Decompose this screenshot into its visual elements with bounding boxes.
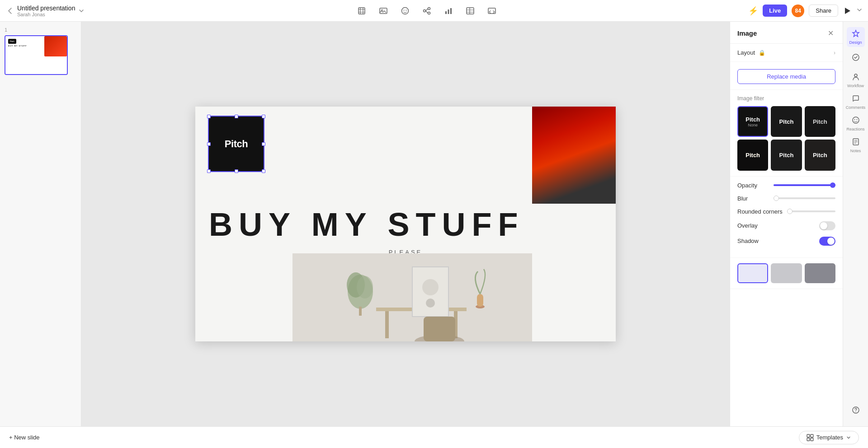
- image-filter-section: Image filter Pitch None Pitch Pitch Pitc…: [730, 90, 843, 177]
- comments-label: Comments: [846, 106, 866, 110]
- help-rail-icon[interactable]: [847, 401, 865, 421]
- reactions-rail-icon[interactable]: Reactions: [847, 114, 865, 134]
- play-chevron[interactable]: [856, 7, 863, 15]
- notes-rail-icon[interactable]: Notes: [847, 135, 865, 155]
- resize-handle-tl[interactable]: [207, 115, 211, 118]
- svg-point-37: [855, 411, 856, 412]
- svg-point-24: [357, 276, 373, 299]
- svg-rect-17: [385, 311, 389, 338]
- back-arrow-icon[interactable]: [5, 6, 14, 15]
- layout-section: Layout 🔒 ›: [730, 44, 843, 62]
- logo-image-element[interactable]: Pitch: [208, 116, 264, 172]
- replace-media-button[interactable]: Replace media: [737, 69, 835, 84]
- svg-rect-25: [359, 307, 362, 316]
- add-frame-icon[interactable]: [355, 5, 368, 17]
- panel-close-button[interactable]: ✕: [826, 28, 835, 38]
- opacity-row: Opacity: [737, 182, 835, 189]
- filter-5-label: Pitch: [779, 152, 794, 159]
- emoji-icon[interactable]: [399, 5, 411, 17]
- workflow-rail-icon[interactable]: Workflow: [847, 70, 865, 90]
- user-avatar[interactable]: 84: [792, 5, 804, 17]
- embed-icon[interactable]: [486, 5, 498, 17]
- svg-point-33: [854, 119, 855, 120]
- resize-handle-bm[interactable]: [235, 169, 238, 173]
- car-image-bg: [532, 107, 616, 204]
- resize-handle-tm[interactable]: [235, 115, 238, 118]
- canvas-wrapper: Pitch BUY MY STUFF PLEASE: [81, 22, 730, 426]
- author-name: Sarah Jonas: [17, 12, 75, 17]
- thumb-title: BUY MY STUFF: [8, 45, 27, 47]
- resize-handle-br[interactable]: [262, 169, 265, 173]
- panel-header: Image ✕: [730, 22, 843, 44]
- resize-handle-ml[interactable]: [207, 142, 211, 146]
- filter-none[interactable]: Pitch None: [737, 106, 768, 137]
- comments-symbol: [852, 94, 860, 105]
- share-button[interactable]: Share: [809, 5, 838, 17]
- filter-5[interactable]: Pitch: [771, 140, 802, 170]
- svg-point-32: [853, 117, 859, 123]
- chart-icon[interactable]: [442, 5, 455, 17]
- icon-rail: Design Workflow Comments Reactions: [843, 22, 868, 426]
- main-layout: 1 Pitch BUY MY STUFF Pitch: [0, 22, 868, 426]
- templates-button[interactable]: Templates: [799, 431, 859, 444]
- image-icon[interactable]: [377, 5, 390, 17]
- topbar: Untitled presentation Sarah Jonas ⚡: [0, 0, 868, 22]
- opacity-track[interactable]: [774, 184, 835, 186]
- slide-canvas[interactable]: Pitch BUY MY STUFF PLEASE: [195, 107, 616, 341]
- svg-rect-10: [448, 9, 449, 14]
- svg-rect-11: [450, 8, 452, 14]
- topbar-right: ⚡ Live 84 Share: [748, 5, 863, 17]
- slide-panel: 1 Pitch BUY MY STUFF: [0, 22, 81, 426]
- title-chevron-icon[interactable]: [78, 7, 85, 14]
- resize-handle-bl[interactable]: [207, 169, 211, 173]
- opacity-thumb[interactable]: [830, 182, 835, 188]
- play-button[interactable]: [843, 6, 852, 15]
- filter-4-label: Pitch: [745, 152, 760, 159]
- overlay-toggle[interactable]: [819, 221, 835, 230]
- blur-track[interactable]: [774, 197, 835, 199]
- shadow-swatch-light[interactable]: [737, 263, 768, 283]
- svg-rect-38: [807, 434, 810, 437]
- rounded-corners-thumb[interactable]: [787, 209, 793, 214]
- slide-thumbnail[interactable]: Pitch BUY MY STUFF: [5, 35, 68, 75]
- new-slide-button[interactable]: + New slide: [9, 434, 40, 441]
- connect-icon[interactable]: [420, 5, 433, 17]
- room-image-element[interactable]: [292, 253, 532, 341]
- svg-point-20: [422, 279, 439, 295]
- topbar-left: Untitled presentation Sarah Jonas: [5, 5, 105, 17]
- presentation-title[interactable]: Untitled presentation: [17, 5, 75, 12]
- shadow-swatch-dark[interactable]: [805, 263, 835, 283]
- blur-thumb[interactable]: [774, 196, 779, 201]
- resize-handle-mr[interactable]: [262, 142, 265, 146]
- svg-rect-13: [488, 8, 495, 14]
- filter-2[interactable]: Pitch: [771, 106, 802, 137]
- svg-point-8: [428, 12, 430, 14]
- svg-rect-41: [811, 438, 813, 441]
- slide-heading[interactable]: BUY MY STUFF: [209, 206, 530, 243]
- car-image-element[interactable]: [532, 107, 616, 204]
- svg-point-3: [401, 7, 408, 14]
- svg-point-5: [406, 9, 406, 10]
- filter-3-label: Pitch: [813, 118, 827, 125]
- resize-handle-tr[interactable]: [262, 115, 265, 118]
- notes-label: Notes: [850, 149, 861, 154]
- layout-row[interactable]: Layout 🔒 ›: [737, 49, 835, 56]
- svg-point-31: [854, 74, 857, 77]
- shadow-toggle[interactable]: [819, 237, 835, 246]
- comments-rail-icon[interactable]: Comments: [847, 92, 865, 112]
- filter-4[interactable]: Pitch: [737, 140, 768, 170]
- templates-label: Templates: [816, 434, 843, 441]
- check-rail-icon[interactable]: [847, 49, 865, 69]
- rounded-corners-track[interactable]: [787, 210, 835, 212]
- filter-3[interactable]: Pitch: [805, 106, 835, 137]
- live-button[interactable]: Live: [763, 5, 787, 17]
- shadow-swatch-mid[interactable]: [771, 263, 802, 283]
- lightning-icon[interactable]: ⚡: [748, 6, 758, 16]
- design-rail-icon[interactable]: Design: [847, 27, 865, 47]
- table-icon[interactable]: [464, 5, 476, 17]
- blur-label: Blur: [737, 195, 769, 202]
- svg-point-21: [426, 299, 435, 308]
- filter-6[interactable]: Pitch: [805, 140, 835, 170]
- svg-rect-0: [359, 8, 365, 14]
- opacity-label: Opacity: [737, 182, 769, 189]
